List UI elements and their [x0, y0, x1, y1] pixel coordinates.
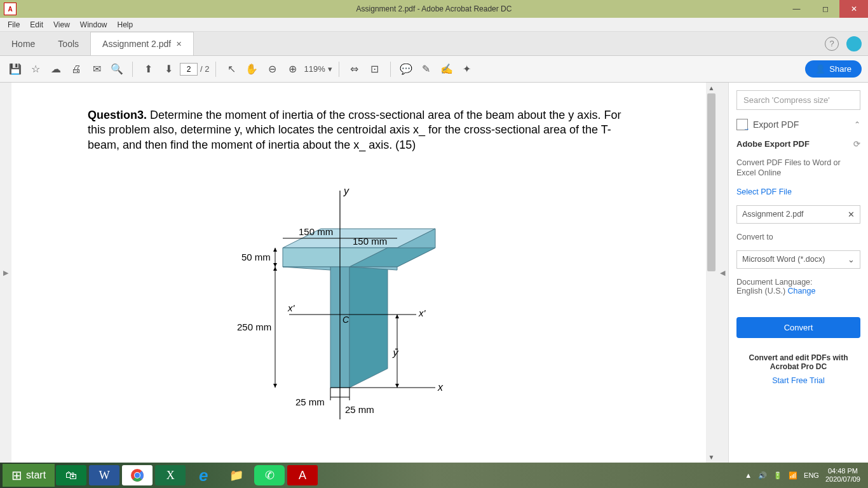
svg-text:50 mm: 50 mm: [241, 252, 271, 262]
tray-up-icon[interactable]: ▲: [745, 471, 752, 479]
taskbar-whatsapp-icon[interactable]: ✆: [254, 465, 285, 485]
print-icon[interactable]: 🖨: [67, 60, 85, 78]
format-value: Microsoft Word (*.docx): [742, 255, 825, 264]
minimize-button[interactable]: —: [782, 0, 811, 18]
menu-help[interactable]: Help: [112, 20, 139, 29]
vertical-scrollbar[interactable]: ▲ ▼: [706, 83, 717, 463]
page-view[interactable]: Question3. Determine the moment of inert…: [11, 83, 706, 463]
taskbar-acrobat-icon[interactable]: A: [287, 465, 318, 485]
svg-text:x': x': [287, 302, 295, 313]
clear-file-icon[interactable]: ✕: [848, 210, 855, 219]
tab-tools[interactable]: Tools: [46, 32, 90, 55]
zoom-dropdown-icon[interactable]: ▾: [328, 64, 332, 74]
taskbar-explorer-icon[interactable]: 📁: [221, 465, 252, 485]
hand-pan-icon[interactable]: ✋: [243, 60, 261, 78]
volume-icon[interactable]: 🔊: [758, 471, 767, 480]
dropdown-chevron-icon: ⌄: [848, 255, 855, 264]
language-indicator[interactable]: ENG: [804, 471, 819, 479]
svg-marker-29: [395, 315, 399, 318]
scroll-up-icon[interactable]: ▲: [706, 83, 717, 93]
menu-window[interactable]: Window: [75, 20, 112, 29]
cloud-upload-icon[interactable]: ☁: [47, 60, 65, 78]
menu-file[interactable]: File: [3, 20, 25, 29]
tab-close-icon[interactable]: ✕: [176, 40, 182, 48]
highlight-icon[interactable]: ✎: [417, 60, 435, 78]
menu-edit[interactable]: Edit: [25, 20, 48, 29]
taskbar-excel-icon[interactable]: X: [155, 465, 186, 485]
document-content: Question3. Determine the moment of inert…: [11, 83, 706, 463]
page-down-icon[interactable]: ⬇: [159, 60, 177, 78]
page-up-icon[interactable]: ⬆: [139, 60, 157, 78]
svg-text:y: y: [343, 186, 349, 196]
convert-to-label: Convert to: [736, 233, 860, 241]
window-titlebar: A Assignment 2.pdf - Adobe Acrobat Reade…: [0, 0, 868, 18]
menu-view[interactable]: View: [48, 20, 75, 29]
export-pdf-header[interactable]: Export PDF ⌃: [736, 119, 860, 130]
question-label: Question3.: [88, 109, 147, 121]
page-current-input[interactable]: [180, 63, 198, 76]
refresh-icon[interactable]: ⟳: [853, 139, 860, 149]
share-icon: 👤: [815, 64, 825, 74]
scroll-down-icon[interactable]: ▼: [706, 452, 717, 463]
taskbar-store-icon[interactable]: 🛍: [56, 465, 86, 485]
share-button[interactable]: 👤 Share: [805, 60, 862, 78]
svg-marker-30: [395, 384, 399, 388]
select-cursor-icon[interactable]: ↖: [222, 60, 240, 78]
toolbar-sep: [390, 62, 391, 77]
format-select[interactable]: Microsoft Word (*.docx) ⌄: [736, 250, 860, 269]
start-button[interactable]: start: [3, 464, 55, 487]
tbeam-diagram: y 150 mm 150 mm 50 mm 250 mm: [88, 172, 630, 455]
mail-icon[interactable]: ✉: [88, 60, 105, 78]
adobe-export-label: Adobe Export PDF: [736, 139, 810, 149]
taskbar-word-icon[interactable]: W: [89, 465, 119, 485]
tab-document-label: Assignment 2.pdf: [102, 39, 171, 49]
save-icon[interactable]: 💾: [6, 60, 24, 78]
time-value: 04:48 PM: [825, 467, 860, 475]
toolbar-sep: [215, 62, 216, 77]
svg-text:25 mm: 25 mm: [345, 404, 374, 415]
tab-document[interactable]: Assignment 2.pdf ✕: [90, 32, 194, 55]
svg-text:25 mm: 25 mm: [295, 396, 325, 407]
zoom-out-icon[interactable]: ⊖: [263, 60, 281, 78]
scroll-track[interactable]: [706, 93, 717, 452]
collapse-chevron-icon[interactable]: ⌃: [854, 120, 860, 129]
start-trial-link[interactable]: Start Free Trial: [736, 376, 860, 385]
zoom-in-icon[interactable]: ⊕: [283, 60, 301, 78]
change-language-link[interactable]: Change: [788, 287, 816, 295]
maximize-button[interactable]: ◻: [811, 0, 839, 18]
search-input[interactable]: Search 'Compress size': [736, 90, 860, 110]
help-icon[interactable]: ?: [825, 37, 839, 51]
star-icon[interactable]: ☆: [27, 60, 44, 78]
battery-icon[interactable]: 🔋: [773, 471, 782, 480]
export-description: Convert PDF Files to Word or Excel Onlin…: [736, 158, 860, 179]
zoom-level[interactable]: 119% ▾: [304, 64, 332, 74]
taskbar-chrome-icon[interactable]: [122, 465, 153, 485]
close-button[interactable]: ✕: [839, 0, 868, 18]
fit-width-icon[interactable]: ⇔: [346, 60, 363, 78]
nav-left-chevron[interactable]: ▶: [0, 83, 11, 463]
svg-text:150 mm: 150 mm: [353, 236, 387, 247]
network-icon[interactable]: 📶: [789, 471, 797, 480]
tab-home[interactable]: Home: [0, 32, 46, 55]
svg-marker-20: [273, 384, 277, 388]
start-label: start: [26, 470, 46, 481]
clock[interactable]: 04:48 PM 2020/07/09: [825, 467, 860, 484]
stamp-icon[interactable]: ✦: [458, 60, 476, 78]
menubar: File Edit View Window Help: [0, 18, 868, 32]
selected-file-name: Assignment 2.pdf: [742, 210, 804, 219]
taskbar-ie-icon[interactable]: e: [188, 465, 219, 485]
page-total: / 2: [200, 64, 209, 74]
search-icon[interactable]: 🔍: [108, 60, 126, 78]
sign-icon[interactable]: ✍: [438, 60, 456, 78]
comment-icon[interactable]: 💬: [397, 60, 415, 78]
scroll-thumb[interactable]: [707, 93, 715, 271]
convert-button[interactable]: Convert: [736, 317, 860, 338]
svg-text:ȳ: ȳ: [392, 347, 399, 358]
fit-page-icon[interactable]: ⊡: [366, 60, 384, 78]
svg-text:150 mm: 150 mm: [299, 226, 333, 237]
nav-right-chevron[interactable]: ◀: [717, 83, 728, 463]
select-file-link[interactable]: Select PDF File: [736, 187, 860, 196]
toolbar-sep: [339, 62, 339, 77]
user-avatar-icon[interactable]: [846, 36, 862, 51]
export-header-label: Export PDF: [753, 119, 799, 130]
